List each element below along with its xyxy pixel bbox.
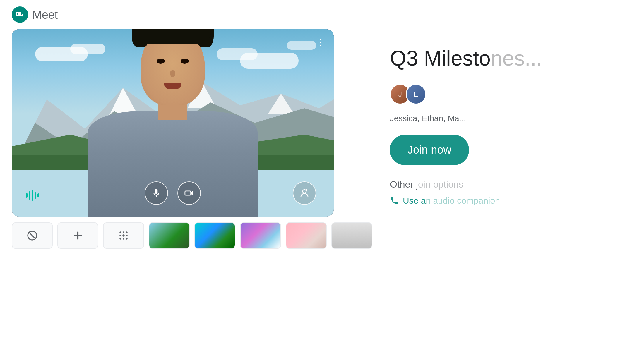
svg-point-21	[122, 234, 124, 236]
use-audio-link[interactable]: Use an audio companion	[390, 196, 632, 206]
meeting-title-text: Q3 Milesto	[390, 47, 491, 70]
bg-option-pink[interactable]	[286, 222, 327, 249]
svg-point-19	[126, 231, 128, 233]
bg-option-purple[interactable]	[240, 222, 281, 249]
svg-marker-11	[191, 191, 193, 196]
meeting-title-clip: nes...	[491, 47, 542, 70]
left-panel: ⋮	[12, 29, 372, 359]
svg-line-14	[29, 232, 35, 239]
person-hair-top	[135, 29, 211, 44]
avatar-ethan: E	[406, 84, 426, 104]
other-join-text: Other join options	[390, 179, 632, 190]
svg-point-20	[119, 235, 121, 236]
right-eye	[181, 59, 189, 64]
bg-option-ocean[interactable]	[194, 222, 235, 249]
effects-button[interactable]	[293, 181, 316, 205]
meet-logo-icon	[12, 6, 28, 23]
participants-row: J E	[390, 84, 632, 104]
svg-rect-10	[185, 191, 191, 195]
svg-point-1	[17, 13, 18, 15]
bg-option-mountain[interactable]	[149, 222, 190, 249]
join-now-button[interactable]: Join now	[390, 135, 469, 165]
video-controls	[12, 181, 334, 205]
video-container: ⋮	[12, 29, 334, 217]
effects-icon	[299, 188, 310, 198]
background-options	[12, 217, 372, 255]
more-options-button[interactable]: ⋮	[314, 35, 327, 49]
bg-option-gray[interactable]	[331, 222, 372, 249]
cloud-5	[287, 41, 316, 50]
blur-icon	[117, 229, 130, 242]
meeting-title: Q3 Milestones...	[390, 47, 632, 70]
logo-container: Meet	[12, 6, 58, 23]
svg-point-12	[303, 190, 306, 193]
bg-blur[interactable]	[103, 222, 144, 249]
camera-icon	[184, 188, 194, 198]
svg-point-22	[126, 235, 128, 236]
bg-no-effect[interactable]	[12, 222, 53, 249]
svg-point-25	[126, 238, 128, 240]
svg-point-18	[123, 231, 124, 233]
add-icon	[72, 230, 84, 241]
participants-names: Jessica, Ethan, Ma...	[390, 114, 632, 123]
mic-button[interactable]	[145, 181, 168, 205]
right-panel: Q3 Milestones... J E Jessica, Ethan, Ma.…	[390, 29, 632, 359]
main-content: ⋮	[0, 29, 644, 359]
app-title: Meet	[32, 8, 58, 21]
camera-button[interactable]	[177, 181, 201, 205]
header: Meet	[0, 0, 644, 29]
mouth	[164, 83, 181, 89]
svg-point-23	[119, 238, 121, 240]
nose	[170, 70, 175, 77]
use-audio-text: Use an audio companion	[403, 196, 500, 206]
left-eye	[157, 59, 165, 64]
bg-add[interactable]	[57, 222, 98, 249]
phone-icon	[390, 196, 399, 205]
mic-icon	[151, 188, 161, 198]
svg-point-24	[123, 238, 124, 240]
svg-point-17	[119, 231, 121, 233]
no-effect-icon	[26, 230, 38, 241]
